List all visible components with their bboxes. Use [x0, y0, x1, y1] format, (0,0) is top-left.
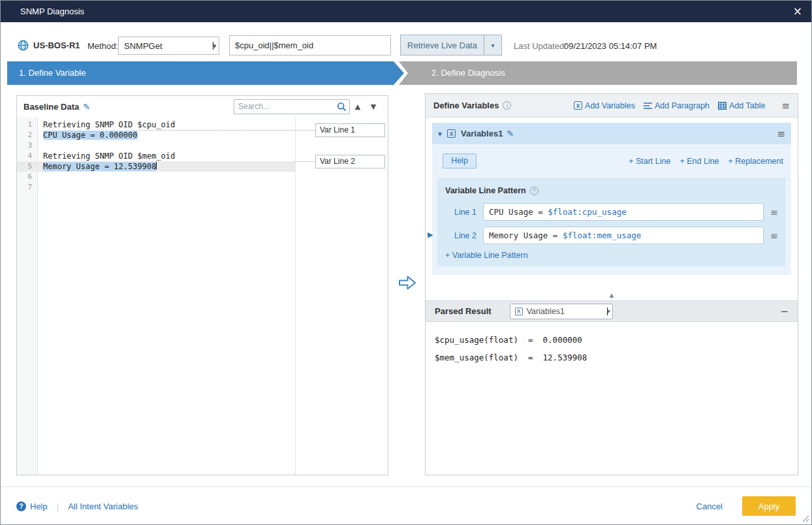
add-variables-label: Add Variables: [585, 101, 635, 110]
baseline-title: Baseline Data: [23, 102, 79, 112]
selected-variables-set: Variables1: [527, 307, 565, 316]
variable-icon: X: [574, 101, 582, 110]
code-line[interactable]: 7: [17, 182, 295, 193]
info-icon[interactable]: i: [503, 101, 511, 110]
add-table-icon: [718, 102, 726, 110]
baseline-header: Baseline Data ✎ ▲ ▼: [17, 96, 388, 117]
dialog-title: SNMP Diagnosis: [20, 7, 84, 16]
code-line[interactable]: 1 Retrieving SNMP OID $cpu_oid: [17, 119, 295, 130]
retrieve-dropdown-button[interactable]: ▾: [484, 35, 502, 56]
line-number: 5: [17, 161, 38, 172]
define-variables-panel: Define Variables i X Add Variables Add P…: [425, 93, 798, 475]
method-label: Method:: [87, 41, 118, 51]
code-line[interactable]: 6: [17, 172, 295, 182]
code-text-selected: Memory Usage = 12.539908: [43, 162, 156, 171]
line2-pattern-input[interactable]: Memory Usage = $float:mem_usage: [483, 227, 764, 244]
pattern-links: + Start Line + End Line + Replacement: [629, 157, 783, 166]
variables1-name: Variables1: [461, 129, 503, 138]
search-input[interactable]: [238, 102, 337, 111]
method-select[interactable]: SNMPGet ▾: [118, 37, 219, 55]
toolbar: US-BOS-R1 Method: SNMPGet ▾ Retrieve Liv…: [1, 22, 811, 61]
parsed-result-header: Parsed Result X Variables1 ▾ −: [426, 300, 798, 322]
tab-define-variable[interactable]: 1. Define Variable: [7, 61, 404, 85]
add-variable-line-pattern-link[interactable]: + Variable Line Pattern: [445, 251, 778, 260]
baseline-editor[interactable]: 1 Retrieving SNMP OID $cpu_oid 2 CPU Usa…: [17, 117, 388, 475]
define-variables-header: Define Variables i X Add Variables Add P…: [426, 94, 798, 118]
pattern-text: CPU Usage =: [489, 207, 548, 217]
menu-icon[interactable]: ≡: [777, 128, 785, 140]
line-number: 7: [17, 182, 38, 193]
menu-icon[interactable]: ≡: [781, 100, 790, 112]
line-number: 2: [17, 130, 38, 140]
add-table-button[interactable]: Add Table: [718, 101, 765, 110]
var-line-1-badge[interactable]: Var Line 1: [315, 123, 385, 137]
header-actions: X Add Variables Add Paragraph: [574, 100, 790, 112]
help-button[interactable]: Help: [443, 153, 476, 168]
title-bar: SNMP Diagnosis ×: [1, 1, 811, 22]
line-number: 3: [17, 140, 38, 151]
parsed-result-selector[interactable]: X Variables1 ▾: [510, 304, 613, 319]
variable-icon: X: [515, 308, 523, 315]
method-value: SNMPGet: [124, 41, 163, 51]
close-icon[interactable]: ×: [793, 6, 802, 17]
line1-label: Line 1: [445, 208, 476, 217]
chevron-down-icon: ▾: [607, 308, 608, 315]
pattern-row: Line 1 CPU Usage = $float:cpu_usage ≡: [445, 203, 778, 221]
parsed-result-body: $cpu_usage(float) = 0.000000 $mem_usage(…: [426, 322, 798, 475]
apply-pattern-arrow-icon: [398, 274, 417, 292]
search-prev-icon[interactable]: ▲: [350, 103, 366, 111]
line-number: 4: [17, 151, 38, 161]
var-line-2-badge[interactable]: Var Line 2: [315, 155, 385, 168]
help-row: Help + Start Line + End Line + Replaceme…: [432, 144, 791, 168]
variables1-section-body: Help + Start Line + End Line + Replaceme…: [432, 144, 791, 275]
device-icon: [18, 40, 29, 51]
add-variables-button[interactable]: X Add Variables: [574, 101, 635, 110]
cancel-button[interactable]: Cancel: [696, 501, 723, 511]
code-line-current[interactable]: 5 Memory Usage = 12.539908: [17, 161, 295, 172]
line-number: 6: [17, 172, 38, 182]
text-cursor: [156, 162, 157, 170]
add-paragraph-icon: [644, 102, 652, 110]
line-number: 1: [17, 119, 38, 130]
pattern-variable: $float:mem_usage: [563, 231, 641, 240]
add-start-line-link[interactable]: + Start Line: [629, 157, 670, 166]
oid-input[interactable]: [229, 35, 391, 56]
resize-grip[interactable]: [802, 515, 809, 522]
code-line[interactable]: 2 CPU Usage = 0.000000: [17, 130, 295, 140]
variable-line-pattern-panel: ▶ Variable Line Pattern ? Line 1 CPU Usa…: [437, 178, 786, 266]
menu-icon[interactable]: ≡: [770, 207, 778, 217]
code-line[interactable]: 3: [17, 140, 295, 151]
variables1-section-header[interactable]: ▾ X Variables1 ✎ ≡: [432, 123, 791, 144]
add-end-line-link[interactable]: + End Line: [679, 157, 719, 166]
collapse-up-icon[interactable]: ▲: [610, 292, 614, 298]
all-intent-variables-link[interactable]: All Intent Variables: [68, 501, 138, 511]
help-link[interactable]: Help: [30, 501, 48, 511]
code-text-selected: CPU Usage = 0.000000: [43, 131, 138, 140]
add-paragraph-button[interactable]: Add Paragraph: [644, 101, 710, 110]
line2-label: Line 2: [445, 231, 476, 240]
parsed-result-title: Parsed Result: [435, 306, 492, 316]
chevron-down-icon[interactable]: ▾: [438, 129, 442, 138]
add-replacement-link[interactable]: + Replacement: [728, 157, 783, 166]
minimize-icon[interactable]: −: [780, 306, 789, 317]
pattern-title-row: Variable Line Pattern ?: [445, 184, 778, 197]
snmp-diagnosis-dialog: SNMP Diagnosis × US-BOS-R1 Method: SNMPG…: [0, 0, 812, 525]
code-line[interactable]: 4 Retrieving SNMP OID $mem_oid: [17, 151, 295, 161]
pattern-text: Memory Usage =: [489, 231, 563, 240]
line1-pattern-input[interactable]: CPU Usage = $float:cpu_usage: [483, 203, 764, 221]
help-icon[interactable]: ?: [16, 501, 26, 511]
apply-button[interactable]: Apply: [742, 496, 796, 516]
add-paragraph-label: Add Paragraph: [655, 101, 710, 110]
menu-icon[interactable]: ≡: [770, 231, 778, 241]
retrieve-live-data-button[interactable]: Retrieve Live Data: [400, 35, 484, 56]
edit-icon[interactable]: ✎: [83, 102, 90, 112]
chevron-down-icon: ▾: [213, 42, 213, 50]
step-tabs: 1. Define Variable 2. Define Diagnosis: [7, 61, 797, 85]
search-next-icon[interactable]: ▼: [366, 103, 381, 111]
pattern-title: Variable Line Pattern: [445, 186, 526, 195]
retrieve-live-data-split-button: Retrieve Live Data ▾: [400, 35, 502, 56]
tab-define-diagnosis[interactable]: 2. Define Diagnosis: [399, 61, 797, 85]
search-icon[interactable]: [337, 102, 347, 112]
help-icon[interactable]: ?: [530, 187, 539, 195]
edit-icon[interactable]: ✎: [507, 129, 514, 138]
